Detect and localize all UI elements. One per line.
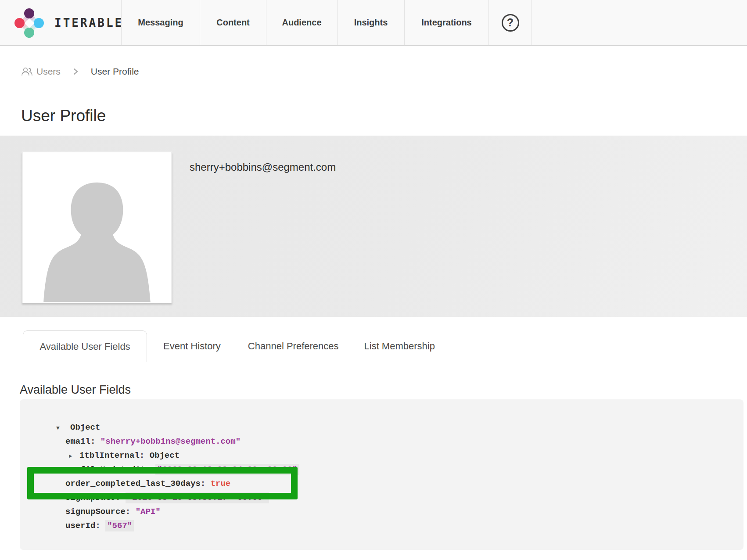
help-button[interactable]: ? [488, 0, 532, 45]
iterable-logo-icon [9, 3, 49, 43]
nav-item-content[interactable]: Content [200, 0, 266, 45]
json-key: email: [65, 437, 101, 446]
expand-arrow-icon[interactable]: ► [69, 449, 75, 463]
tab-event-history[interactable]: Event History [163, 330, 221, 362]
profile-hero: sherry+bobbins@segment.com [0, 136, 747, 317]
json-row-root: ▼Object [20, 420, 743, 434]
json-value: true [211, 479, 231, 488]
json-value: "sherry+bobbins@segment.com" [101, 437, 241, 446]
avatar [22, 152, 172, 303]
user-fields-json-viewer: ▼Objectemail: "sherry+bobbins@segment.co… [20, 399, 743, 550]
breadcrumb-current-label: User Profile [91, 66, 139, 77]
json-value: "2020-03-19 09:04:30 +00:00" [155, 464, 299, 475]
tab-available-user-fields[interactable]: Available User Fields [23, 330, 147, 362]
nav-item-audience[interactable]: Audience [266, 0, 337, 45]
nav-item-messaging[interactable]: Messaging [121, 0, 200, 45]
profile-email: sherry+bobbins@segment.com [190, 161, 336, 173]
json-key: profileUpdatedAt: [65, 465, 155, 474]
json-value: "API" [136, 507, 161, 517]
json-row-profileUpdatedAt: profileUpdatedAt: "2020-03-19 09:04:30 +… [20, 463, 743, 477]
json-key: order_completed_last_30days: [65, 479, 211, 488]
json-row-userId: userId: "567" [20, 519, 743, 533]
json-value: "2020-03-19 03:39:17 +00:00" [126, 492, 269, 503]
json-key: userId: [65, 521, 105, 531]
json-key: signupDate: [65, 493, 126, 503]
json-value: "567" [105, 520, 134, 531]
iterable-logo[interactable]: ITERABLE [0, 0, 121, 45]
avatar-silhouette-icon [33, 167, 161, 303]
tab-channel-preferences[interactable]: Channel Preferences [248, 330, 339, 362]
brand-wordmark: ITERABLE [54, 16, 123, 29]
collapse-arrow-icon[interactable]: ▼ [56, 421, 65, 435]
nav-item-insights[interactable]: Insights [337, 0, 404, 45]
json-tree: ▼Objectemail: "sherry+bobbins@segment.co… [20, 420, 743, 533]
nav-item-integrations[interactable]: Integrations [404, 0, 488, 45]
json-row-order_completed_last_30days: order_completed_last_30days: true [20, 477, 743, 491]
page-title: User Profile [21, 107, 747, 125]
fields-section-heading: Available User Fields [20, 383, 747, 397]
tab-list-membership[interactable]: List Membership [364, 330, 435, 362]
users-icon [21, 67, 33, 76]
json-row-itblInternal: ►itblInternal: Object [20, 449, 743, 463]
json-row-email: email: "sherry+bobbins@segment.com" [20, 434, 743, 449]
breadcrumb-users-link[interactable]: Users [21, 66, 61, 77]
json-root-label: Object [70, 423, 100, 432]
json-value: Object [150, 451, 180, 460]
top-nav: ITERABLE MessagingContentAudienceInsight… [0, 0, 747, 46]
chevron-right-icon [73, 67, 79, 76]
help-icon: ? [502, 14, 519, 32]
json-key: itblInternal: [79, 451, 150, 460]
breadcrumb: Users User Profile [21, 65, 747, 79]
breadcrumb-parent-label: Users [36, 66, 61, 77]
profile-tabs: Available User FieldsEvent HistoryChanne… [0, 330, 747, 362]
json-row-signupSource: signupSource: "API" [20, 505, 743, 519]
json-row-signupDate: signupDate: "2020-03-19 03:39:17 +00:00" [20, 491, 743, 505]
main-nav: MessagingContentAudienceInsightsIntegrat… [121, 0, 488, 45]
json-key: signupSource: [65, 507, 136, 517]
